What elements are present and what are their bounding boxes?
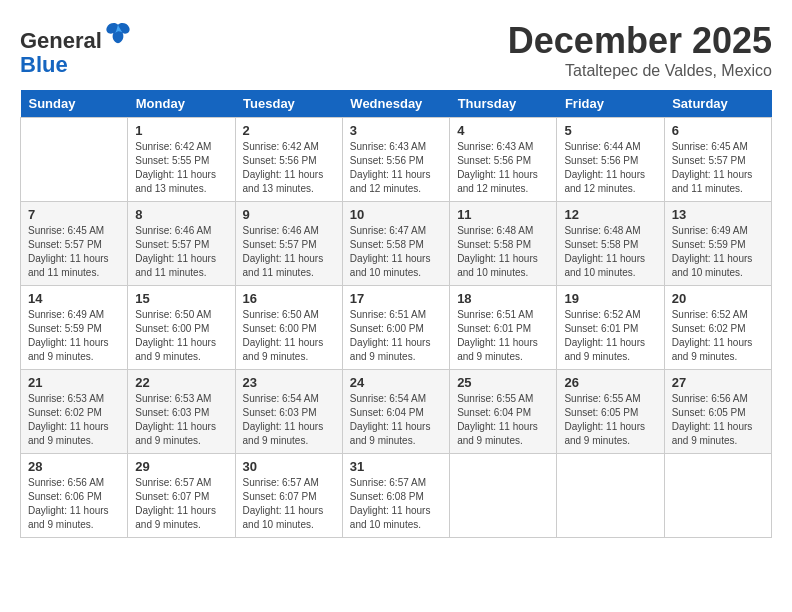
calendar-cell: 8Sunrise: 6:46 AM Sunset: 5:57 PM Daylig… [128, 202, 235, 286]
header-day-tuesday: Tuesday [235, 90, 342, 118]
day-number: 16 [243, 291, 335, 306]
calendar-cell: 19Sunrise: 6:52 AM Sunset: 6:01 PM Dayli… [557, 286, 664, 370]
calendar-cell: 13Sunrise: 6:49 AM Sunset: 5:59 PM Dayli… [664, 202, 771, 286]
calendar-cell [664, 454, 771, 538]
day-number: 11 [457, 207, 549, 222]
day-number: 17 [350, 291, 442, 306]
calendar-cell [21, 118, 128, 202]
day-info: Sunrise: 6:56 AM Sunset: 6:05 PM Dayligh… [672, 392, 764, 448]
day-number: 15 [135, 291, 227, 306]
day-number: 3 [350, 123, 442, 138]
day-info: Sunrise: 6:50 AM Sunset: 6:00 PM Dayligh… [135, 308, 227, 364]
day-info: Sunrise: 6:51 AM Sunset: 6:00 PM Dayligh… [350, 308, 442, 364]
day-info: Sunrise: 6:54 AM Sunset: 6:03 PM Dayligh… [243, 392, 335, 448]
day-info: Sunrise: 6:55 AM Sunset: 6:04 PM Dayligh… [457, 392, 549, 448]
calendar-cell: 6Sunrise: 6:45 AM Sunset: 5:57 PM Daylig… [664, 118, 771, 202]
day-number: 13 [672, 207, 764, 222]
day-number: 31 [350, 459, 442, 474]
header-day-wednesday: Wednesday [342, 90, 449, 118]
day-info: Sunrise: 6:46 AM Sunset: 5:57 PM Dayligh… [135, 224, 227, 280]
calendar-cell: 31Sunrise: 6:57 AM Sunset: 6:08 PM Dayli… [342, 454, 449, 538]
day-info: Sunrise: 6:48 AM Sunset: 5:58 PM Dayligh… [564, 224, 656, 280]
calendar-cell: 21Sunrise: 6:53 AM Sunset: 6:02 PM Dayli… [21, 370, 128, 454]
day-info: Sunrise: 6:52 AM Sunset: 6:01 PM Dayligh… [564, 308, 656, 364]
day-number: 21 [28, 375, 120, 390]
title-block: December 2025 Tataltepec de Valdes, Mexi… [508, 20, 772, 80]
day-number: 1 [135, 123, 227, 138]
day-info: Sunrise: 6:45 AM Sunset: 5:57 PM Dayligh… [672, 140, 764, 196]
day-number: 14 [28, 291, 120, 306]
day-info: Sunrise: 6:47 AM Sunset: 5:58 PM Dayligh… [350, 224, 442, 280]
calendar-cell: 15Sunrise: 6:50 AM Sunset: 6:00 PM Dayli… [128, 286, 235, 370]
day-number: 18 [457, 291, 549, 306]
day-number: 30 [243, 459, 335, 474]
calendar-cell: 27Sunrise: 6:56 AM Sunset: 6:05 PM Dayli… [664, 370, 771, 454]
day-number: 25 [457, 375, 549, 390]
day-info: Sunrise: 6:57 AM Sunset: 6:08 PM Dayligh… [350, 476, 442, 532]
calendar-cell: 2Sunrise: 6:42 AM Sunset: 5:56 PM Daylig… [235, 118, 342, 202]
day-info: Sunrise: 6:43 AM Sunset: 5:56 PM Dayligh… [350, 140, 442, 196]
calendar-cell [450, 454, 557, 538]
day-number: 26 [564, 375, 656, 390]
calendar-cell: 25Sunrise: 6:55 AM Sunset: 6:04 PM Dayli… [450, 370, 557, 454]
day-number: 6 [672, 123, 764, 138]
calendar-cell: 28Sunrise: 6:56 AM Sunset: 6:06 PM Dayli… [21, 454, 128, 538]
calendar-cell: 12Sunrise: 6:48 AM Sunset: 5:58 PM Dayli… [557, 202, 664, 286]
calendar-cell: 11Sunrise: 6:48 AM Sunset: 5:58 PM Dayli… [450, 202, 557, 286]
calendar-cell: 30Sunrise: 6:57 AM Sunset: 6:07 PM Dayli… [235, 454, 342, 538]
day-number: 20 [672, 291, 764, 306]
calendar-cell: 16Sunrise: 6:50 AM Sunset: 6:00 PM Dayli… [235, 286, 342, 370]
week-row-5: 28Sunrise: 6:56 AM Sunset: 6:06 PM Dayli… [21, 454, 772, 538]
day-number: 2 [243, 123, 335, 138]
header-day-saturday: Saturday [664, 90, 771, 118]
day-number: 27 [672, 375, 764, 390]
logo-general: General [20, 28, 102, 53]
calendar-cell: 7Sunrise: 6:45 AM Sunset: 5:57 PM Daylig… [21, 202, 128, 286]
location-title: Tataltepec de Valdes, Mexico [508, 62, 772, 80]
day-number: 10 [350, 207, 442, 222]
week-row-4: 21Sunrise: 6:53 AM Sunset: 6:02 PM Dayli… [21, 370, 772, 454]
logo-bird-icon [104, 20, 132, 48]
day-number: 22 [135, 375, 227, 390]
day-number: 9 [243, 207, 335, 222]
day-number: 4 [457, 123, 549, 138]
calendar-cell: 26Sunrise: 6:55 AM Sunset: 6:05 PM Dayli… [557, 370, 664, 454]
calendar-cell: 20Sunrise: 6:52 AM Sunset: 6:02 PM Dayli… [664, 286, 771, 370]
calendar-cell: 10Sunrise: 6:47 AM Sunset: 5:58 PM Dayli… [342, 202, 449, 286]
day-info: Sunrise: 6:50 AM Sunset: 6:00 PM Dayligh… [243, 308, 335, 364]
day-number: 8 [135, 207, 227, 222]
calendar-cell: 24Sunrise: 6:54 AM Sunset: 6:04 PM Dayli… [342, 370, 449, 454]
header-day-monday: Monday [128, 90, 235, 118]
calendar-cell: 23Sunrise: 6:54 AM Sunset: 6:03 PM Dayli… [235, 370, 342, 454]
day-info: Sunrise: 6:57 AM Sunset: 6:07 PM Dayligh… [135, 476, 227, 532]
calendar-cell [557, 454, 664, 538]
day-number: 7 [28, 207, 120, 222]
day-info: Sunrise: 6:49 AM Sunset: 5:59 PM Dayligh… [672, 224, 764, 280]
calendar-cell: 14Sunrise: 6:49 AM Sunset: 5:59 PM Dayli… [21, 286, 128, 370]
day-info: Sunrise: 6:46 AM Sunset: 5:57 PM Dayligh… [243, 224, 335, 280]
day-info: Sunrise: 6:53 AM Sunset: 6:02 PM Dayligh… [28, 392, 120, 448]
day-number: 24 [350, 375, 442, 390]
day-number: 19 [564, 291, 656, 306]
day-number: 28 [28, 459, 120, 474]
day-info: Sunrise: 6:42 AM Sunset: 5:55 PM Dayligh… [135, 140, 227, 196]
calendar-cell: 29Sunrise: 6:57 AM Sunset: 6:07 PM Dayli… [128, 454, 235, 538]
logo: General Blue [20, 20, 132, 77]
day-info: Sunrise: 6:57 AM Sunset: 6:07 PM Dayligh… [243, 476, 335, 532]
day-info: Sunrise: 6:52 AM Sunset: 6:02 PM Dayligh… [672, 308, 764, 364]
day-info: Sunrise: 6:48 AM Sunset: 5:58 PM Dayligh… [457, 224, 549, 280]
day-info: Sunrise: 6:49 AM Sunset: 5:59 PM Dayligh… [28, 308, 120, 364]
calendar-cell: 3Sunrise: 6:43 AM Sunset: 5:56 PM Daylig… [342, 118, 449, 202]
day-info: Sunrise: 6:53 AM Sunset: 6:03 PM Dayligh… [135, 392, 227, 448]
calendar-cell: 17Sunrise: 6:51 AM Sunset: 6:00 PM Dayli… [342, 286, 449, 370]
calendar-cell: 5Sunrise: 6:44 AM Sunset: 5:56 PM Daylig… [557, 118, 664, 202]
day-info: Sunrise: 6:55 AM Sunset: 6:05 PM Dayligh… [564, 392, 656, 448]
calendar-cell: 18Sunrise: 6:51 AM Sunset: 6:01 PM Dayli… [450, 286, 557, 370]
day-number: 12 [564, 207, 656, 222]
day-info: Sunrise: 6:42 AM Sunset: 5:56 PM Dayligh… [243, 140, 335, 196]
day-info: Sunrise: 6:44 AM Sunset: 5:56 PM Dayligh… [564, 140, 656, 196]
day-info: Sunrise: 6:45 AM Sunset: 5:57 PM Dayligh… [28, 224, 120, 280]
day-number: 29 [135, 459, 227, 474]
day-info: Sunrise: 6:51 AM Sunset: 6:01 PM Dayligh… [457, 308, 549, 364]
page-header: General Blue December 2025 Tataltepec de… [20, 20, 772, 80]
